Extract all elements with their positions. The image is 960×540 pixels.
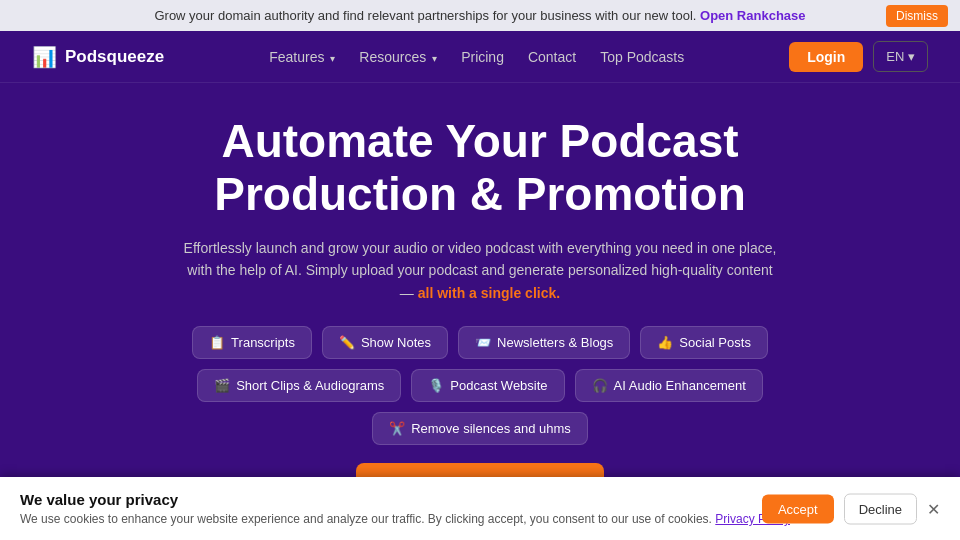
dismiss-button[interactable]: Dismiss <box>886 5 948 27</box>
hero-subtitle: Effortlessly launch and grow your audio … <box>180 237 780 304</box>
pill-social-posts[interactable]: 👍Social Posts <box>640 326 768 359</box>
nav-resources[interactable]: Resources ▾ <box>359 49 437 65</box>
pill-short-clips[interactable]: 🎬Short Clips & Audiograms <box>197 369 401 402</box>
pill-podcast-website[interactable]: 🎙️Podcast Website <box>411 369 564 402</box>
decline-button[interactable]: Decline <box>844 493 917 524</box>
banner-link[interactable]: Open Rankchase <box>700 8 806 23</box>
navbar: 📊 Podsqueeze Features ▾ Resources ▾ Pric… <box>0 31 960 83</box>
nav-contact[interactable]: Contact <box>528 49 576 65</box>
hero-headline: Automate Your Podcast Production & Promo… <box>120 115 840 221</box>
pill-transcripts[interactable]: 📋Transcripts <box>192 326 312 359</box>
login-button[interactable]: Login <box>789 42 863 72</box>
privacy-buttons: Accept Decline ✕ <box>762 493 940 524</box>
social-icon: 👍 <box>657 335 673 350</box>
hero-highlight: all with a single click. <box>418 285 560 301</box>
privacy-banner: We value your privacy We use cookies to … <box>0 477 960 540</box>
accept-button[interactable]: Accept <box>762 494 834 523</box>
chevron-down-icon: ▾ <box>330 53 335 64</box>
clips-icon: 🎬 <box>214 378 230 393</box>
silence-icon: ✂️ <box>389 421 405 436</box>
nav-links: Features ▾ Resources ▾ Pricing Contact T… <box>269 49 684 65</box>
nav-pricing[interactable]: Pricing <box>461 49 504 65</box>
pill-remove-silences[interactable]: ✂️Remove silences and uhms <box>372 412 588 445</box>
newsletter-icon: 📨 <box>475 335 491 350</box>
nav-top-podcasts[interactable]: Top Podcasts <box>600 49 684 65</box>
pill-ai-audio[interactable]: 🎧AI Audio Enhancement <box>575 369 763 402</box>
chevron-down-icon: ▾ <box>908 49 915 64</box>
logo[interactable]: 📊 Podsqueeze <box>32 45 164 69</box>
logo-text: Podsqueeze <box>65 47 164 67</box>
pill-show-notes[interactable]: ✏️Show Notes <box>322 326 448 359</box>
hero-section: Automate Your Podcast Production & Promo… <box>0 83 960 540</box>
nav-features[interactable]: Features ▾ <box>269 49 335 65</box>
nav-right: Login EN ▾ <box>789 41 928 72</box>
pill-newsletters[interactable]: 📨Newsletters & Blogs <box>458 326 630 359</box>
feature-pills: 📋Transcripts ✏️Show Notes 📨Newsletters &… <box>100 326 860 445</box>
banner-text: Grow your domain authority and find rele… <box>154 8 696 23</box>
close-privacy-button[interactable]: ✕ <box>927 499 940 518</box>
shownotes-icon: ✏️ <box>339 335 355 350</box>
language-selector[interactable]: EN ▾ <box>873 41 928 72</box>
website-icon: 🎙️ <box>428 378 444 393</box>
transcripts-icon: 📋 <box>209 335 225 350</box>
chevron-down-icon: ▾ <box>432 53 437 64</box>
top-banner: Grow your domain authority and find rele… <box>0 0 960 31</box>
logo-icon: 📊 <box>32 45 57 69</box>
audio-icon: 🎧 <box>592 378 608 393</box>
